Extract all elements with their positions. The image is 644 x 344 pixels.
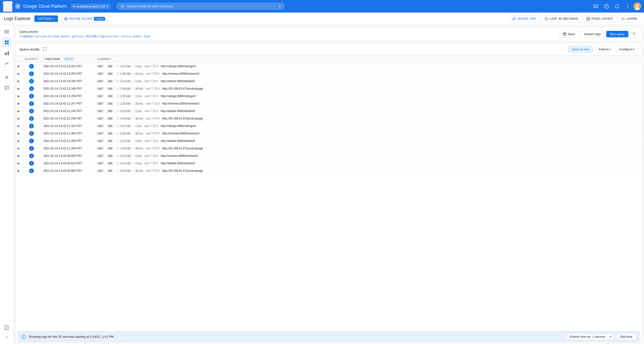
timezone-badge[interactable]: PST ▾ xyxy=(63,57,74,61)
row-severity-cell: i xyxy=(22,78,41,85)
table-row: ▶ i 2021-01-14 13:42:13.188 PST GET 200 … xyxy=(16,85,642,92)
row-expand-arrow[interactable]: ▶ xyxy=(18,109,20,113)
stream-logs-button[interactable]: Stream logs xyxy=(580,31,604,38)
project-selector[interactable]: example-project-123 ▾ xyxy=(71,4,110,9)
notifications-button[interactable] xyxy=(612,2,622,11)
row-expand-arrow[interactable]: ▶ xyxy=(18,72,20,75)
severity-badge: i xyxy=(29,64,34,69)
size-badge: 2.12 KiB xyxy=(116,139,132,143)
row-severity-cell: i xyxy=(22,130,41,137)
table-row: ▶ i 2021-01-14 13:42:11.290 PST GET 200 … xyxy=(16,137,642,145)
sidebar-item-chat[interactable] xyxy=(2,83,12,93)
row-expand-cell[interactable]: ▶ xyxy=(16,137,22,145)
svg-rect-42 xyxy=(5,326,8,329)
row-expand-arrow[interactable]: ▶ xyxy=(18,162,20,165)
timezone-dropdown-icon: ▾ xyxy=(71,57,73,61)
actions-dropdown-button[interactable]: Actions ▾ xyxy=(596,46,614,53)
hamburger-menu[interactable] xyxy=(3,1,12,12)
row-expand-arrow[interactable]: ▶ xyxy=(18,154,20,157)
row-expand-arrow[interactable]: ▶ xyxy=(18,94,20,98)
sidebar-item-metrics[interactable] xyxy=(2,59,12,68)
row-expand-cell[interactable]: ▶ xyxy=(16,63,22,70)
sidebar-expand-button[interactable] xyxy=(2,332,12,342)
row-expand-cell[interactable]: ▶ xyxy=(16,78,22,85)
row-expand-arrow[interactable]: ▶ xyxy=(18,169,20,173)
row-expand-cell[interactable]: ▶ xyxy=(16,145,22,152)
row-expand-arrow[interactable]: ▶ xyxy=(18,124,20,128)
table-container: SEVERITY TIMESTAMP PST ▾ xyxy=(16,55,642,331)
share-link-button[interactable]: SHARE LINK xyxy=(509,15,539,22)
url-text: http://ratings:9080/ratings/0 xyxy=(161,94,196,98)
extend-time-dropdown[interactable]: ▾ xyxy=(608,334,614,340)
row-expand-cell[interactable]: ▶ xyxy=(16,107,22,115)
more-button[interactable] xyxy=(623,2,632,11)
url-text: http://details:9080/details/0 xyxy=(161,80,195,83)
row-summary-cell: GET 200 2.35 KiB 20 ms curl 7.72.0 http:… xyxy=(94,100,642,107)
svg-point-5 xyxy=(121,5,123,7)
options-button[interactable]: OPTIONS ▾ xyxy=(34,16,58,22)
options-chevron-icon: ▾ xyxy=(54,17,54,20)
sidebar-item-logs[interactable] xyxy=(2,38,12,47)
edit-time-button[interactable]: Edit time xyxy=(616,333,636,340)
avatar[interactable] xyxy=(634,3,641,10)
row-expand-cell[interactable]: ▶ xyxy=(16,130,22,137)
row-expand-cell[interactable]: ▶ xyxy=(16,160,22,167)
row-expand-arrow[interactable]: ▶ xyxy=(18,132,20,135)
sidebar-item-menu[interactable] xyxy=(2,27,12,37)
run-query-button[interactable]: Run query xyxy=(606,31,628,37)
row-expand-cell[interactable]: ▶ xyxy=(16,70,22,78)
clock-icon xyxy=(544,17,548,21)
row-expand-arrow[interactable]: ▶ xyxy=(18,117,20,120)
search-icon xyxy=(120,4,124,8)
row-expand-arrow[interactable]: ▶ xyxy=(18,102,20,105)
row-expand-cell[interactable]: ▶ xyxy=(16,100,22,107)
severity-badge: i xyxy=(29,116,34,121)
svg-rect-34 xyxy=(6,52,7,55)
row-expand-arrow[interactable]: ▶ xyxy=(18,147,20,150)
learn-button[interactable]: LEARN xyxy=(618,15,640,22)
extend-time-button[interactable]: Extend time by: 1 second ▾ xyxy=(566,333,614,340)
last-30-seconds-button[interactable]: LAST 30 SECONDS xyxy=(541,15,581,22)
row-expand-arrow[interactable]: ▶ xyxy=(18,139,20,143)
configure-dropdown-button[interactable]: Configure ▾ xyxy=(616,46,638,53)
size-badge: 1.97 KiB xyxy=(116,124,132,128)
url-text: http://35.188.81.87/productpage xyxy=(162,87,203,90)
cloud-shell-button[interactable] xyxy=(591,2,601,11)
severity-badge: i xyxy=(29,124,34,128)
url-text: http://ratings:9080/ratings/0 xyxy=(161,124,196,128)
row-expand-cell[interactable]: ▶ xyxy=(16,122,22,130)
th-timestamp[interactable]: TIMESTAMP PST ▾ xyxy=(41,55,94,63)
row-expand-cell[interactable]: ▶ xyxy=(16,115,22,122)
extend-time-main[interactable]: Extend time by: 1 second xyxy=(567,334,608,340)
chevron-up-down-icon xyxy=(632,32,636,35)
duration-badge: 5 ms xyxy=(134,154,143,157)
collapse-button[interactable] xyxy=(630,31,638,38)
method-badge: GET xyxy=(96,169,104,173)
row-severity-cell: i xyxy=(22,63,41,70)
sidebar-item-dashboard[interactable] xyxy=(2,48,12,58)
search-bar[interactable]: Search products and resources ▾ xyxy=(116,3,285,10)
row-expand-arrow[interactable]: ▶ xyxy=(18,80,20,83)
sidebar-item-reports[interactable] xyxy=(2,323,12,332)
row-expand-arrow[interactable]: ▶ xyxy=(18,65,20,68)
row-expand-cell[interactable]: ▶ xyxy=(16,92,22,100)
severity-badge: i xyxy=(29,101,34,106)
row-expand-arrow[interactable]: ▶ xyxy=(18,87,20,90)
help-button[interactable]: ? xyxy=(602,2,611,11)
jump-to-now-button[interactable]: Jump to now xyxy=(568,46,594,53)
severity-badge: i xyxy=(29,94,34,99)
results-expand-button[interactable] xyxy=(41,47,48,52)
agent-text: curl 7.72.0 xyxy=(144,162,158,165)
duration-badge: 46 ms xyxy=(134,147,144,150)
refine-scope-button[interactable]: REFINE SCOPE Project xyxy=(61,15,108,22)
severity-badge: i xyxy=(29,131,34,136)
page-layout-button[interactable]: PAGE LAYOUT xyxy=(583,15,616,22)
sidebar-item-tools[interactable] xyxy=(2,73,12,82)
save-button[interactable]: Save xyxy=(559,31,578,38)
row-expand-cell[interactable]: ▶ xyxy=(16,152,22,160)
duration-badge: 21 ms xyxy=(134,72,144,75)
row-timestamp-cell: 2021-01-14 13:42:09.826 PST xyxy=(41,152,94,160)
query-actions: Save Stream logs Run query xyxy=(559,31,638,38)
row-expand-cell[interactable]: ▶ xyxy=(16,85,22,92)
row-expand-cell[interactable]: ▶ xyxy=(16,167,22,175)
